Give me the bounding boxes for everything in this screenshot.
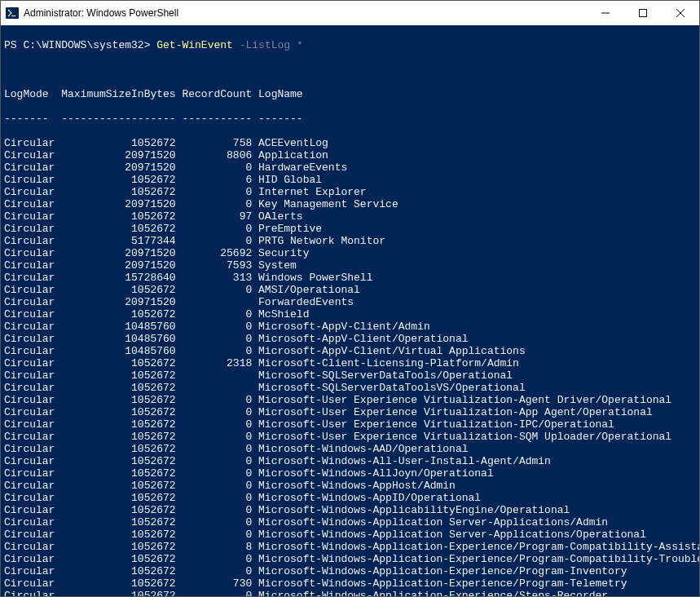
titlebar[interactable]: Administrator: Windows PowerShell: [1, 1, 699, 25]
log-row: Circular 1052672 0 Microsoft-Windows-App…: [4, 492, 696, 504]
log-row: Circular 1052672 0 Microsoft-Windows-AAD…: [4, 443, 696, 455]
close-button[interactable]: [662, 1, 699, 25]
log-row: Circular 1052672 0 Internet Explorer: [4, 186, 696, 198]
log-row: Circular 15728640 313 Windows PowerShell: [4, 272, 696, 284]
console-output[interactable]: PS C:\WINDOWS\system32> Get-WinEvent -Li…: [1, 25, 699, 596]
log-row: Circular 1052672 0 Microsoft-User Experi…: [4, 394, 696, 406]
prompt-command: Get-WinEvent: [156, 39, 233, 51]
log-row: Circular 20971520 7593 System: [4, 259, 696, 272]
window-controls: [587, 1, 699, 25]
log-row: Circular 1052672 0 Microsoft-Windows-App…: [4, 480, 696, 492]
log-row: Circular 1052672 8 Microsoft-Windows-App…: [4, 541, 696, 553]
log-row: Circular 10485760 0 Microsoft-AppV-Clien…: [4, 345, 696, 357]
log-row: Circular 1052672 6 HID Global: [4, 174, 696, 186]
column-dashes: ------- ------------------ ----------- -…: [4, 113, 696, 125]
prompt-args: -ListLog *: [240, 39, 303, 51]
log-row: Circular 1052672 97 OAlerts: [4, 210, 696, 223]
log-row: Circular 1052672 0 Microsoft-Windows-App…: [4, 516, 696, 528]
powershell-icon: [6, 7, 19, 20]
log-row: Circular 1052672 0 Microsoft-Windows-App…: [4, 565, 696, 577]
log-row: Circular 1052672 0 McShield: [4, 308, 696, 321]
log-row: Circular 1052672 2318 Microsoft-Client-L…: [4, 357, 696, 369]
prompt-line: PS C:\WINDOWS\system32> Get-WinEvent -Li…: [4, 39, 696, 51]
log-row: Circular 20971520 ForwardedEvents: [4, 296, 696, 308]
log-row: Circular 20971520 0 HardwareEvents: [4, 161, 696, 174]
log-row: Circular 1052672 0 Microsoft-User Experi…: [4, 431, 696, 443]
svg-rect-3: [640, 10, 647, 17]
log-row: Circular 1052672 0 AMSI/Operational: [4, 284, 696, 296]
column-headers: LogMode MaximumSizeInBytes RecordCount L…: [4, 88, 696, 100]
log-row: Circular 20971520 25692 Security: [4, 247, 696, 259]
svg-rect-0: [6, 7, 19, 19]
minimize-button[interactable]: [587, 1, 624, 25]
log-row: Circular 1052672 0 Microsoft-Windows-App…: [4, 590, 696, 596]
log-row: Circular 1052672 0 PreEmptive: [4, 223, 696, 235]
maximize-button[interactable]: [624, 1, 662, 25]
log-row: Circular 1052672 Microsoft-SQLServerData…: [4, 369, 696, 382]
blank-line: [4, 64, 696, 76]
log-row: Circular 1052672 0 Microsoft-Windows-App…: [4, 553, 696, 565]
log-row: Circular 10485760 0 Microsoft-AppV-Clien…: [4, 333, 696, 345]
window-title: Administrator: Windows PowerShell: [24, 7, 587, 19]
log-row: Circular 1052672 0 Microsoft-Windows-All…: [4, 467, 696, 480]
prompt-path: PS C:\WINDOWS\system32>: [4, 39, 150, 51]
log-row: Circular 1052672 0 Microsoft-Windows-App…: [4, 504, 696, 516]
log-row: Circular 1052672 Microsoft-SQLServerData…: [4, 382, 696, 394]
log-row: Circular 1052672 758 ACEEventLog: [4, 137, 696, 149]
log-row: Circular 10485760 0 Microsoft-AppV-Clien…: [4, 321, 696, 333]
log-row: Circular 1052672 0 Microsoft-Windows-All…: [4, 455, 696, 467]
log-row: Circular 1052672 730 Microsoft-Windows-A…: [4, 577, 696, 590]
log-row: Circular 5177344 0 PRTG Network Monitor: [4, 235, 696, 247]
log-row: Circular 1052672 0 Microsoft-User Experi…: [4, 406, 696, 418]
log-row: Circular 1052672 0 Microsoft-Windows-App…: [4, 528, 696, 541]
log-row: Circular 1052672 0 Microsoft-User Experi…: [4, 418, 696, 431]
powershell-window: Administrator: Windows PowerShell PS C:\…: [0, 0, 700, 597]
log-row: Circular 20971520 0 Key Management Servi…: [4, 198, 696, 210]
log-row: Circular 20971520 8806 Application: [4, 149, 696, 161]
